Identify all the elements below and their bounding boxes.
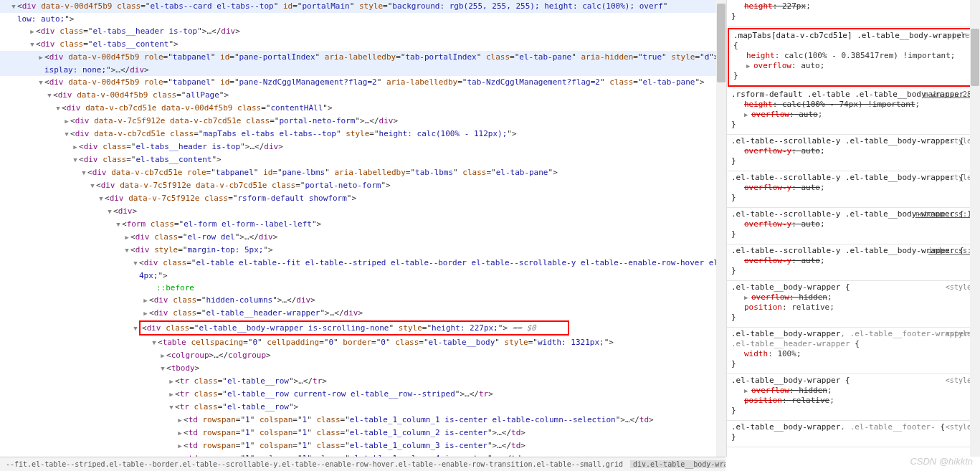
dom-node[interactable]: ▶<div class="el-tabs__header is-top">…</… xyxy=(0,141,726,153)
expand-arrow[interactable]: ▶ xyxy=(176,441,184,452)
expand-arrow[interactable]: ▼ xyxy=(123,245,130,256)
style-rule[interactable]: <style>.el-table--scrollable-y .el-table… xyxy=(727,171,980,208)
dom-node[interactable]: ▶<div class="el-row del">…</div> xyxy=(0,231,726,244)
expand-arrow[interactable]: ▼ xyxy=(54,103,62,114)
expand-arrow[interactable]: ▶ xyxy=(63,116,70,127)
expand-arrow[interactable]: ▼ xyxy=(106,206,113,217)
style-rule[interactable]: <style>.mapTabs[data-v-cb7cd51e] .el-tab… xyxy=(728,28,979,87)
style-rule[interactable]: netovue.css:11.el-table--scrollable-y .e… xyxy=(727,208,980,244)
dom-node[interactable]: ▶<div data-v-7c5f912e data-v-cb7cd51e cl… xyxy=(0,115,726,128)
dom-node[interactable]: ▼<div data-v-7c5f912e data-v-cb7cd51e cl… xyxy=(0,179,726,192)
dom-node[interactable]: ▶<td rowspan="1" colspan="1" class="el-t… xyxy=(0,427,726,439)
dom-node[interactable]: ▼<tr class="el-table__row"> xyxy=(0,401,726,414)
css-source-link[interactable]: main.css:289 xyxy=(924,90,976,100)
expand-arrow[interactable]: ▶ xyxy=(37,52,44,63)
dom-node[interactable]: ▼<div data-v-cb7cd51e role="tabpanel" id… xyxy=(0,166,726,179)
css-source-link[interactable]: netovue.css:11 xyxy=(915,209,976,219)
dom-node[interactable]: ▼<div data-v-00d4f5b9 class="el-tabs--ca… xyxy=(0,0,726,13)
style-rule[interactable]: <style>.el-table__body-wrapper, .el-tabl… xyxy=(727,328,980,374)
crumb-item-active[interactable]: div.el-table__body-wrapper.is-scrolling-… xyxy=(630,460,726,468)
expand-arrow[interactable]: ▶ xyxy=(176,428,184,439)
expand-arrow[interactable]: ▼ xyxy=(72,155,79,166)
dom-node[interactable]: ▼<tbody> xyxy=(0,362,726,375)
expand-arrow[interactable]: ▼ xyxy=(168,402,175,413)
dom-node[interactable]: ▼<div class="el-table__body-wrapper is-s… xyxy=(0,320,726,336)
expand-arrow[interactable]: ▼ xyxy=(80,168,87,179)
expand-arrow[interactable]: ▶ xyxy=(176,415,184,426)
expand-arrow[interactable]: ▼ xyxy=(151,338,158,348)
dom-node[interactable]: ▶<tr class="el-table__row">…</tr> xyxy=(0,375,726,388)
expand-arrow[interactable]: ▶ xyxy=(168,389,175,400)
style-rule[interactable]: <style>.el-table__body-wrapper, .el-tabl… xyxy=(727,421,980,447)
dom-node[interactable]: ▼<div> xyxy=(0,205,726,218)
expand-arrow[interactable]: ▼ xyxy=(46,90,53,101)
dom-node[interactable]: ▼<table cellspacing="0" cellpadding="0" … xyxy=(0,336,726,349)
elements-dom-tree[interactable]: ▼<div data-v-00d4f5b9 class="el-tabs--ca… xyxy=(0,0,727,457)
dom-node[interactable]: ▶<tr class="el-table__row current-row el… xyxy=(0,388,726,401)
dom-node[interactable]: ▶<td rowspan="1" colspan="1" class="el-t… xyxy=(0,439,726,452)
styles-panel[interactable]: height: 227px;}<style>.mapTabs[data-v-cb… xyxy=(727,0,980,457)
dom-node[interactable]: 4px;"> xyxy=(0,270,726,282)
expand-arrow[interactable]: ▼ xyxy=(89,181,96,191)
expand-arrow[interactable]: ▶ xyxy=(168,376,175,387)
css-source-link[interactable]: <style> xyxy=(943,31,974,41)
dom-node[interactable]: ▶<div class="el-tabs__header is-top">…</… xyxy=(0,25,726,38)
expand-arrow[interactable]: ▼ xyxy=(115,219,122,230)
dom-node[interactable]: ▼<form class="el-form el-form--label-lef… xyxy=(0,218,726,231)
dom-node[interactable]: ▼<div data-v-cb7cd51e class="mapTabs el-… xyxy=(0,128,726,141)
dom-node[interactable]: ▼<div data-v-00d4f5b9 role="tabpanel" id… xyxy=(0,76,726,89)
dom-node[interactable]: ▶<td rowspan="1" colspan="1" class="el-t… xyxy=(0,414,726,427)
dom-node[interactable]: ▶<div data-v-00d4f5b9 role="tabpanel" id… xyxy=(0,51,726,64)
dom-node[interactable]: ▶<div class="hidden-columns">…</div> xyxy=(0,294,726,307)
style-rule[interactable]: height: 227px;} xyxy=(727,0,980,27)
expand-arrow[interactable]: ▼ xyxy=(29,39,36,50)
breadcrumb[interactable]: --fit.el-table--striped.el-table--border… xyxy=(0,457,726,471)
dom-node[interactable]: ▼<div class="el-tabs__content"> xyxy=(0,38,726,51)
expand-arrow[interactable]: ▼ xyxy=(97,194,105,204)
expand-arrow[interactable]: ▶ xyxy=(142,308,149,319)
dom-node[interactable]: ▼<div data-v-00d4f5b9 class="allPage"> xyxy=(0,89,726,102)
expand-arrow[interactable]: ▼ xyxy=(10,1,17,12)
css-source-link[interactable]: index.css:1 xyxy=(928,246,976,256)
dom-node[interactable]: ::before xyxy=(0,282,726,294)
expand-arrow[interactable]: ▼ xyxy=(159,363,166,374)
dom-node[interactable]: ▼<div class="el-tabs__content"> xyxy=(0,153,726,166)
watermark: CSDN @hikktn xyxy=(910,456,973,467)
expand-arrow[interactable]: ▶ xyxy=(29,27,36,37)
expand-arrow[interactable]: ▼ xyxy=(37,77,44,88)
dom-scrollbar[interactable] xyxy=(716,0,726,457)
dom-node[interactable]: ▼<div class="el-table el-table--fit el-t… xyxy=(0,257,726,270)
dom-node[interactable]: isplay: none;">…</div> xyxy=(0,64,726,76)
style-rule[interactable]: <style>.el-table__body-wrapper {▶overflo… xyxy=(727,374,980,421)
expand-arrow[interactable]: ▶ xyxy=(123,232,130,243)
dom-node[interactable]: low: auto;"> xyxy=(0,13,726,25)
style-rule[interactable]: index.css:1.el-table--scrollable-y .el-t… xyxy=(727,244,980,281)
dom-node[interactable]: ▼<div style="margin-top: 5px;"> xyxy=(0,244,726,257)
expand-arrow[interactable]: ▼ xyxy=(63,129,70,140)
dom-node[interactable]: ▼<div data-v-cb7cd51e data-v-00d4f5b9 cl… xyxy=(0,102,726,115)
style-rule[interactable]: main.css:289.rsform-default .el-table .e… xyxy=(727,88,980,135)
expand-arrow[interactable]: ▶ xyxy=(159,351,166,361)
expand-arrow[interactable]: ▼ xyxy=(132,258,139,269)
crumb-item[interactable]: --fit.el-table--striped.el-table--border… xyxy=(3,460,626,468)
styles-scrollbar[interactable] xyxy=(970,0,980,457)
style-rule[interactable]: <style>.el-table--scrollable-y .el-table… xyxy=(727,135,980,171)
expand-arrow[interactable]: ▶ xyxy=(142,295,149,306)
dom-node[interactable]: ▶<colgroup>…</colgroup> xyxy=(0,349,726,362)
style-rule[interactable]: <style>.el-table__body-wrapper {▶overflo… xyxy=(727,281,980,328)
expand-arrow[interactable]: ▶ xyxy=(72,142,79,153)
dom-node[interactable]: ▶<div class="el-table__header-wrapper">…… xyxy=(0,307,726,320)
dom-node[interactable]: ▼<div data-v-7c5f912e class="rsform-defa… xyxy=(0,192,726,205)
